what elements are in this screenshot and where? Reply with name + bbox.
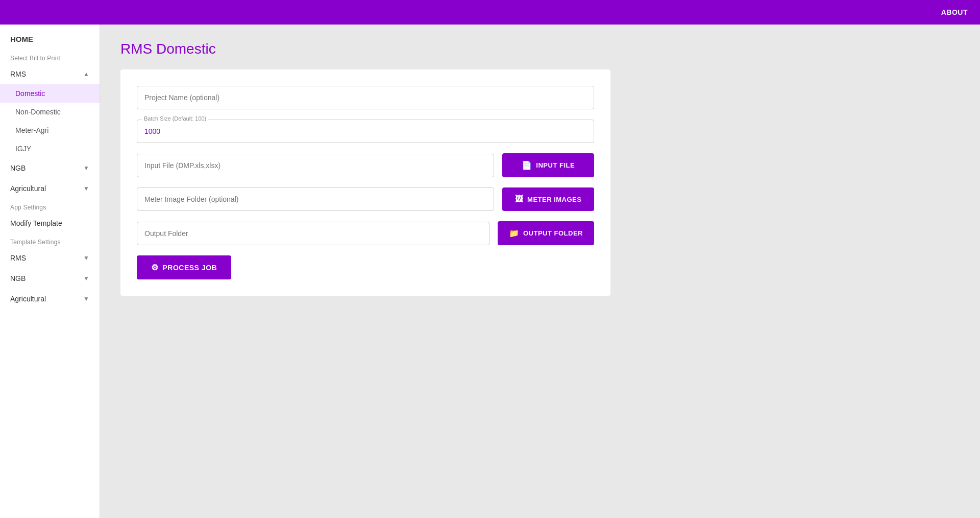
output-folder-input[interactable] — [137, 222, 489, 245]
input-file-input[interactable] — [137, 154, 494, 177]
sidebar-item-rms[interactable]: RMS ▲ — [0, 64, 100, 84]
image-icon — [515, 195, 524, 204]
input-file-wrapper — [137, 154, 494, 177]
sidebar-sub-item-igjy[interactable]: IGJY — [0, 139, 100, 158]
chevron-down-icon: ▼ — [83, 164, 89, 172]
layout: HOME Select Bill to Print RMS ▲ Domestic… — [0, 25, 980, 518]
file-icon — [522, 160, 532, 170]
chevron-up-icon: ▲ — [83, 70, 89, 78]
sidebar-section-app-settings: App Settings — [0, 199, 100, 213]
batch-size-wrapper: Batch Size (Default: 100) — [137, 120, 594, 143]
sidebar-item-home[interactable]: HOME — [0, 29, 100, 50]
output-folder-button[interactable]: OUTPUT FOLDER — [498, 221, 595, 245]
sidebar-item-ngb[interactable]: NGB ▼ — [0, 158, 100, 178]
sidebar: HOME Select Bill to Print RMS ▲ Domestic… — [0, 25, 100, 518]
sidebar-item-agricultural[interactable]: Agricultural ▼ — [0, 178, 100, 199]
meter-image-input[interactable] — [137, 187, 494, 211]
process-job-button[interactable]: PROCESS JOB — [137, 255, 231, 279]
sidebar-sub-item-meter-agri[interactable]: Meter-Agri — [0, 121, 100, 139]
chevron-down-icon-ngb2: ▼ — [83, 275, 89, 282]
output-folder-row: OUTPUT FOLDER — [137, 221, 594, 245]
page-title: RMS Domestic — [120, 41, 960, 57]
topbar: ABOUT — [0, 0, 980, 25]
sidebar-section-template-settings: Template Settings — [0, 233, 100, 248]
sidebar-section-select-bill: Select Bill to Print — [0, 50, 100, 64]
input-file-button[interactable]: INPUT FILE — [502, 153, 594, 177]
sidebar-sub-item-domestic[interactable]: Domestic — [0, 84, 100, 103]
meter-images-button[interactable]: METER IMAGES — [502, 187, 594, 211]
output-folder-wrapper — [137, 222, 489, 245]
gear-icon — [151, 263, 159, 272]
main-content: RMS Domestic Batch Size (Default: 100) — [100, 25, 980, 518]
about-button[interactable]: ABOUT — [941, 8, 968, 16]
batch-size-label: Batch Size (Default: 100) — [142, 115, 208, 122]
folder-icon — [509, 228, 520, 238]
batch-size-input[interactable] — [137, 120, 594, 143]
form-card: Batch Size (Default: 100) INPUT FILE — [120, 69, 610, 296]
batch-size-group: Batch Size (Default: 100) — [137, 120, 594, 143]
chevron-down-icon-agricultural: ▼ — [83, 185, 89, 192]
sidebar-item-rms2[interactable]: RMS ▼ — [0, 248, 100, 268]
chevron-down-icon-rms2: ▼ — [83, 254, 89, 262]
meter-images-row: METER IMAGES — [137, 187, 594, 211]
sidebar-item-modify-template[interactable]: Modify Template — [0, 213, 100, 233]
sidebar-sub-item-non-domestic[interactable]: Non-Domestic — [0, 103, 100, 121]
sidebar-item-ngb2[interactable]: NGB ▼ — [0, 268, 100, 289]
input-file-row: INPUT FILE — [137, 153, 594, 177]
process-job-group: PROCESS JOB — [137, 255, 594, 279]
meter-image-wrapper — [137, 187, 494, 211]
project-name-input[interactable] — [137, 86, 594, 109]
chevron-down-icon-agricultural2: ▼ — [83, 295, 89, 302]
sidebar-item-agricultural2[interactable]: Agricultural ▼ — [0, 289, 100, 309]
project-name-group — [137, 86, 594, 109]
